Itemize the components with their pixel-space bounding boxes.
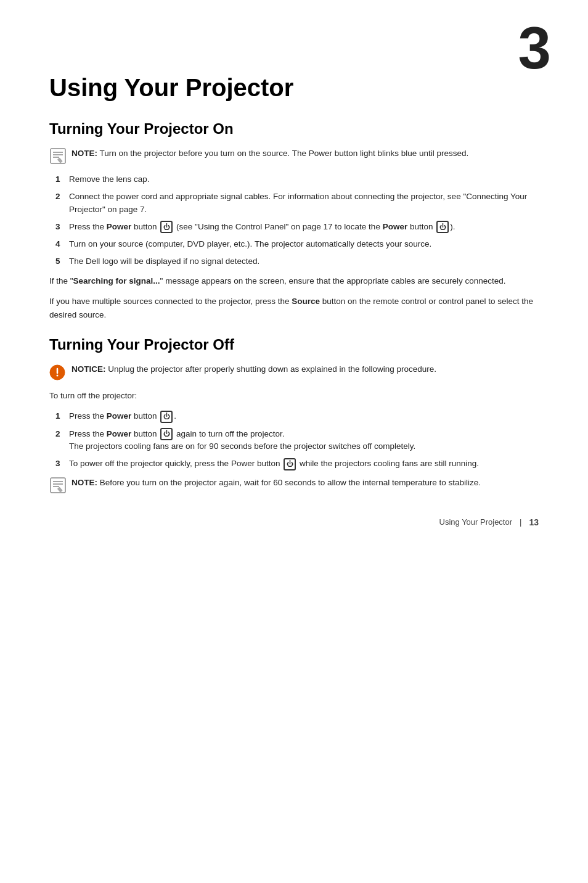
para-searching: If the "Searching for signal..." message… <box>49 274 539 288</box>
note-icon <box>49 147 67 165</box>
steps-off: 1 Press the Power button ⏻. 2 Press the … <box>55 410 539 470</box>
note-text-on: NOTE: Turn on the projector before you t… <box>71 147 468 160</box>
page-title: Using Your Projector <box>49 74 539 102</box>
svg-rect-0 <box>51 149 65 163</box>
step-content-2: Connect the power cord and appropriate s… <box>69 191 539 216</box>
footer: Using Your Projector | 13 <box>439 517 539 527</box>
footer-label: Using Your Projector <box>439 517 513 527</box>
step-off-2: 2 Press the Power button ⏻ again to turn… <box>55 428 539 453</box>
step-num-3: 3 <box>55 221 69 233</box>
step-off-num-1: 1 <box>55 410 69 422</box>
step-off-3: 3 To power off the projector quickly, pr… <box>55 458 539 470</box>
step-on-3: 3 Press the Power button ⏻ (see "Using t… <box>55 221 539 233</box>
step-num-4: 4 <box>55 238 69 250</box>
section-title-off: Turning Your Projector Off <box>49 336 539 353</box>
notice-label: NOTICE: <box>71 364 106 374</box>
step-off-content-1: Press the Power button ⏻. <box>69 410 539 422</box>
step-content-1: Remove the lens cap. <box>69 173 539 186</box>
step-off-subline-2: The projectors cooling fans are on for 9… <box>69 442 415 451</box>
step-on-1: 1 Remove the lens cap. <box>55 173 539 186</box>
notice-text-off: NOTICE: Unplug the projector after prope… <box>71 363 436 376</box>
step-off-1: 1 Press the Power button ⏻. <box>55 410 539 422</box>
power-icon-off-2: ⏻ <box>160 428 173 440</box>
step-on-2: 2 Connect the power cord and appropriate… <box>55 191 539 216</box>
note-label-off: NOTE: <box>71 478 97 487</box>
step-off-content-2: Press the Power button ⏻ again to turn o… <box>69 428 539 453</box>
step-num-2: 2 <box>55 191 69 203</box>
step-content-4: Turn on your source (computer, DVD playe… <box>69 238 539 250</box>
page: 3 Using Your Projector Turning Your Proj… <box>0 0 588 552</box>
note-box-off: NOTE: Before you turn on the projector a… <box>49 477 539 494</box>
power-icon-3a: ⏻ <box>160 221 173 233</box>
searching-text: Searching for signal... <box>73 276 160 285</box>
para-intro-off: To turn off the projector: <box>49 389 539 403</box>
step-num-1: 1 <box>55 173 69 186</box>
notice-box-off: NOTICE: Unplug the projector after prope… <box>49 363 539 380</box>
step-off-num-3: 3 <box>55 458 69 470</box>
step-num-5: 5 <box>55 255 69 268</box>
notice-icon <box>49 364 65 380</box>
steps-on: 1 Remove the lens cap. 2 Connect the pow… <box>55 173 539 268</box>
note-icon-off <box>49 477 67 494</box>
note-label-on: NOTE: <box>71 149 97 158</box>
step-on-5: 5 The Dell logo will be displayed if no … <box>55 255 539 268</box>
step-content-5: The Dell logo will be displayed if no si… <box>69 255 539 268</box>
svg-point-6 <box>57 375 59 377</box>
section-title-on: Turning Your Projector On <box>49 120 539 138</box>
step-on-4: 4 Turn on your source (computer, DVD pla… <box>55 238 539 250</box>
power-icon-3b: ⏻ <box>436 221 449 233</box>
footer-separator: | <box>520 517 521 527</box>
step-off-num-2: 2 <box>55 428 69 440</box>
footer-page: 13 <box>529 517 539 527</box>
power-icon-off-1: ⏻ <box>160 411 173 423</box>
power-icon-off-3: ⏻ <box>284 458 296 470</box>
svg-rect-7 <box>51 478 65 493</box>
note-box-on: NOTE: Turn on the projector before you t… <box>49 147 539 165</box>
step-content-3: Press the Power button ⏻ (see "Using the… <box>69 221 539 233</box>
para-source: If you have multiple sources connected t… <box>49 295 539 321</box>
note-text-off: NOTE: Before you turn on the projector a… <box>71 477 481 489</box>
chapter-number: 3 <box>518 18 551 78</box>
step-off-content-3: To power off the projector quickly, pres… <box>69 458 539 470</box>
